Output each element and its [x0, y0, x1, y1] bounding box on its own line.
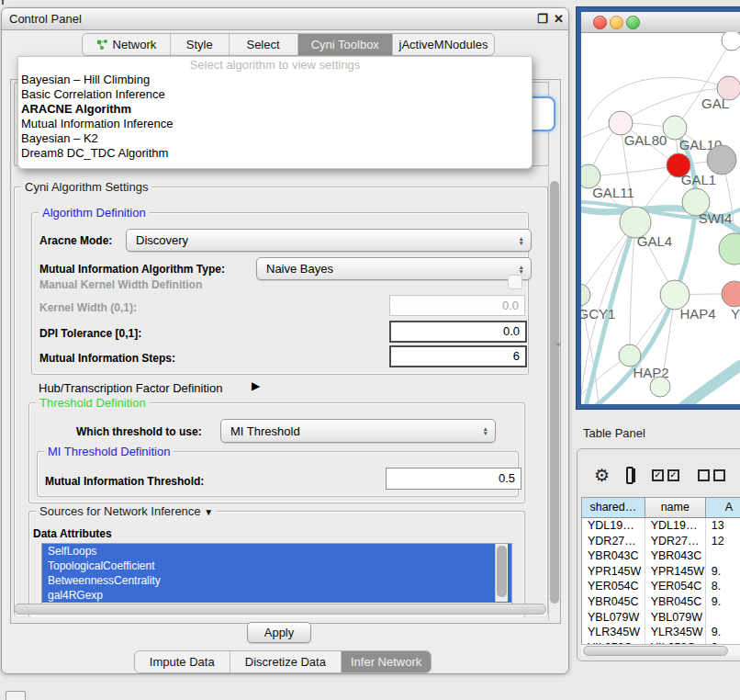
node-gcy1[interactable]	[581, 284, 590, 306]
hub-definition-label[interactable]: Hub/Transcription Factor Definition	[39, 381, 222, 395]
algorithm-option-dream8-dc-tdc-algorithm[interactable]: Dream8 DC_TDC Algorithm	[18, 146, 532, 161]
table-row[interactable]: YBR045CYBR045C9.	[582, 594, 740, 610]
node-top-partial[interactable]	[722, 32, 740, 51]
which-threshold-select[interactable]: MI Threshold ▲▼	[220, 419, 496, 443]
attribute-selfloops[interactable]: SelfLoops	[42, 544, 511, 559]
close-window-button[interactable]	[593, 16, 607, 29]
scrollbar-thumb[interactable]	[583, 646, 728, 656]
tab-style[interactable]: Style	[171, 34, 230, 55]
sources-legend-text: Sources for Network Inference	[39, 504, 201, 518]
attribute-betweennesscentrality[interactable]: BetweennessCentrality	[42, 573, 511, 588]
node-gray[interactable]	[707, 145, 736, 175]
table-horizontal-scrollbar[interactable]	[581, 644, 740, 656]
table-cell: 9.	[706, 564, 740, 580]
zoom-window-button[interactable]	[626, 16, 640, 29]
algorithm-option-basic-correlation-inference[interactable]: Basic Correlation Inference	[18, 87, 532, 102]
cyni-settings-legend: Cyni Algorithm Settings	[21, 180, 151, 194]
algorithm-definition-legend: Algorithm Definition	[39, 206, 150, 220]
mi-type-select[interactable]: Naive Bayes ▲▼	[256, 257, 532, 280]
column-header-name[interactable]: name	[645, 498, 706, 517]
top-edge-artifact	[2, 0, 4, 5]
algorithm-option-bayesian-hill-climbing[interactable]: Bayesian – Hill Climbing	[18, 73, 532, 87]
attributes-scrollbar[interactable]	[495, 544, 508, 602]
tab-jactivemnodules[interactable]: jActiveMNodules	[393, 34, 494, 55]
tab-cyni-toolbox[interactable]: Cyni Toolbox	[298, 34, 393, 55]
network-view-window[interactable]: GALGAL80GAL10GAL1GAL11SWI4GAL4GCY1HAP4YH…	[577, 7, 740, 409]
collapse-triangle-icon[interactable]: ▼	[204, 507, 213, 517]
dpi-tolerance-field[interactable]: 0.0	[389, 321, 527, 343]
manual-kernel-label: Manual Kernel Width Definition	[39, 278, 202, 291]
node-salmon-label: Y	[731, 306, 740, 322]
table-row[interactable]: YBR043CYBR043C	[582, 548, 740, 564]
algorithm-option-aracne-algorithm[interactable]: ARACNE Algorithm	[18, 102, 532, 117]
apply-button[interactable]: Apply	[247, 622, 311, 643]
expand-triangle-icon[interactable]: ▶	[252, 379, 260, 392]
deselect-all-icon[interactable]	[694, 469, 725, 481]
node-hap4-label: HAP4	[679, 306, 715, 322]
select-all-icon[interactable]: ✓✓	[648, 469, 679, 481]
attribute-topologicalcoefficient[interactable]: TopologicalCoefficient	[42, 559, 511, 573]
mi-type-label: Mutual Information Algorithm Type:	[39, 263, 225, 276]
kernel-width-field[interactable]: 0.0	[389, 295, 525, 316]
mi-threshold-label: Mutual Information Threshold:	[45, 475, 204, 488]
algorithm-option-mutual-information-inference[interactable]: Mutual Information Inference	[18, 117, 532, 131]
network-canvas[interactable]: GALGAL80GAL10GAL1GAL11SWI4GAL4GCY1HAP4YH…	[581, 32, 740, 404]
panel-splitter-handle[interactable]: ◄	[555, 341, 561, 348]
manual-kernel-checkbox[interactable]	[508, 275, 522, 289]
node-green-right[interactable]	[719, 233, 740, 265]
node-bottom[interactable]	[650, 377, 670, 397]
node-salmon[interactable]	[722, 281, 740, 307]
network-edge-thick	[681, 366, 740, 404]
control-panel-titlebar[interactable]: Control Panel ❐ ✕	[2, 8, 568, 30]
bottom-corner-widget	[6, 691, 26, 700]
table-header-row: shared…nameA	[582, 498, 740, 518]
minimize-window-button[interactable]	[610, 16, 623, 29]
tab-impute-data-label: Impute Data	[150, 655, 215, 669]
mi-threshold-field[interactable]: 0.5	[386, 468, 521, 490]
table-row[interactable]: YER054CYER054C8.	[582, 579, 740, 594]
float-panel-icon[interactable]: ❐	[537, 8, 548, 29]
dpi-tolerance-label: DPI Tolerance [0,1]:	[39, 327, 141, 340]
aracne-mode-select[interactable]: Discovery ▲▼	[126, 229, 532, 252]
gear-icon[interactable]: ⚙	[594, 465, 610, 486]
threshold-definition-legend: Threshold Definition	[36, 396, 150, 410]
table-row[interactable]: YPR145WYPR145W9.	[582, 564, 740, 580]
column-header-a[interactable]: A	[706, 498, 740, 517]
mi-threshold-legend: MI Threshold Definition	[44, 445, 174, 458]
algorithm-option-bayesian-k2[interactable]: Bayesian – K2	[18, 131, 532, 146]
network-window-titlebar[interactable]	[581, 12, 740, 33]
table-cell: YBR043C	[645, 548, 706, 564]
settings-vertical-scrollbar[interactable]	[548, 80, 560, 621]
mi-steps-field[interactable]: 6	[389, 345, 527, 367]
tab-network[interactable]: Network	[83, 34, 171, 55]
data-attributes-list[interactable]: SelfLoopsTopologicalCoefficientBetweenne…	[41, 543, 512, 604]
tab-select[interactable]: Select	[230, 34, 298, 55]
mi-type-value: Naive Bayes	[266, 262, 333, 276]
table-cell: YER054C	[645, 579, 706, 594]
column-header-shared[interactable]: shared…	[582, 498, 645, 517]
node-hap2[interactable]	[619, 344, 641, 367]
column-layout-icon[interactable]	[626, 467, 633, 484]
tab-impute-data[interactable]: Impute Data	[135, 651, 230, 672]
table-toolbar: ⚙ ✓✓	[581, 457, 740, 493]
mi-steps-label: Mutual Information Steps:	[39, 352, 175, 365]
attribute-gal4rgexp[interactable]: gal4RGexp	[42, 588, 511, 603]
table-row[interactable]: YDL19…YDL19…13	[582, 518, 740, 534]
tab-infer-network[interactable]: Infer Network	[342, 651, 431, 672]
table-cell: YDL19…	[645, 518, 706, 534]
table-cell: YDR27…	[582, 534, 645, 549]
algorithm-prompt: Select algorithm to view settings	[18, 57, 532, 73]
close-panel-icon[interactable]: ✕	[554, 8, 564, 29]
table-cell: YBR043C	[582, 548, 645, 564]
table-cell: YLR345W	[582, 625, 645, 640]
table-row[interactable]: YLR345WYLR345W9.	[582, 625, 740, 640]
table-row[interactable]: YBL079WYBL079W	[582, 610, 740, 626]
settings-horizontal-scrollbar[interactable]	[14, 604, 546, 615]
scrollbar-thumb[interactable]	[550, 181, 559, 604]
table-row[interactable]: YDR27…YDR27…12	[582, 534, 740, 549]
kernel-width-label: Kernel Width (0,1):	[39, 301, 137, 314]
node-gal-cut-label: GAL	[701, 96, 729, 111]
table-cell: 12	[706, 534, 740, 549]
scrollbar-thumb[interactable]	[497, 546, 507, 597]
tab-discretize-data[interactable]: Discretize Data	[230, 651, 342, 672]
